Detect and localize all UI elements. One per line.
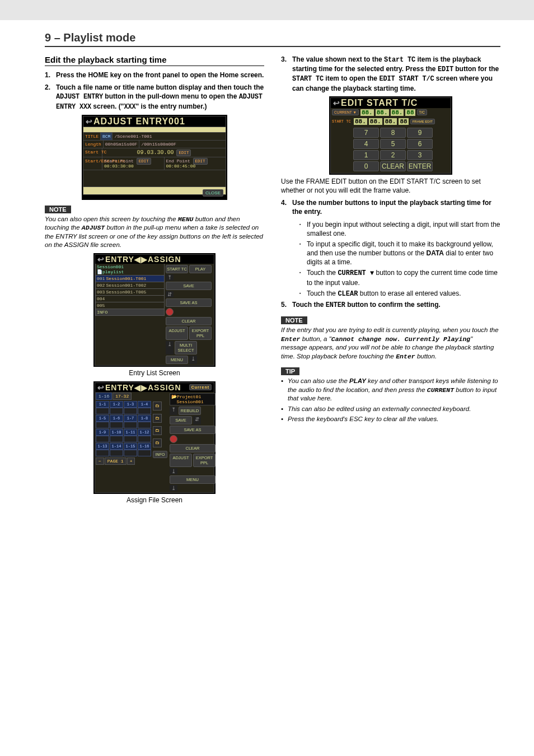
assign-slot[interactable]: 1-14: [110, 443, 123, 450]
assign-slot[interactable]: 1-6: [110, 415, 123, 422]
assign-slot[interactable]: 1-13: [96, 443, 109, 450]
save-button[interactable]: SAVE: [166, 282, 212, 290]
entry-list-item[interactable]: 003Session001-T005: [95, 289, 165, 296]
saveas-button[interactable]: SAVE AS: [170, 426, 216, 434]
current-value-button[interactable]: CURRENT ▼: [332, 109, 359, 115]
step4-bullet: ・Touch the CURRENT ▼ button to copy the …: [297, 268, 500, 287]
back-icon[interactable]: ↩: [97, 255, 105, 264]
back-icon[interactable]: ↩: [86, 117, 93, 126]
entry-list-item[interactable]: 005: [95, 302, 165, 309]
info-button[interactable]: INFO: [153, 451, 167, 458]
bottom-scroll2-icon[interactable]: ⤓: [189, 356, 197, 364]
current-button[interactable]: Current: [189, 384, 212, 390]
top-scroll-icon[interactable]: ⤒: [170, 407, 177, 415]
step-1: 1. Press the HOME key on the front panel…: [45, 71, 264, 80]
tab-17-32[interactable]: 17-32: [113, 393, 132, 400]
save-button[interactable]: SAVE: [170, 416, 192, 424]
tip-bullet: •You can also use the PLAY key and other…: [281, 377, 500, 403]
sp-edit-button[interactable]: EDIT: [137, 158, 151, 165]
frame-edit-button[interactable]: FRAME EDIT: [410, 119, 435, 124]
assign-slot[interactable]: 1-8: [138, 415, 151, 422]
back-icon[interactable]: ↩: [97, 383, 105, 392]
folder-icon[interactable]: 🗀: [153, 438, 162, 447]
folder-icon[interactable]: 🗀: [153, 402, 162, 410]
assign-slot[interactable]: 1-1: [96, 401, 109, 408]
adjust-button[interactable]: ADJUST: [170, 454, 192, 467]
top-scroll-icon[interactable]: ⤒: [166, 274, 174, 281]
step4-bullet: ・To input a specific digit, touch it to …: [297, 240, 500, 267]
menu-button[interactable]: MENU: [166, 356, 188, 364]
record-lamp-icon: [166, 308, 174, 316]
tab-1-16[interactable]: 1-16: [96, 393, 112, 400]
step-4: 4. Use the number buttons to input the p…: [281, 198, 500, 216]
assign-slot[interactable]: 1-10: [110, 429, 123, 436]
bottom-scroll-icon[interactable]: ⤓: [170, 468, 177, 474]
saveas-button[interactable]: SAVE AS: [166, 298, 212, 307]
folder-icon[interactable]: 🗀: [153, 426, 162, 435]
keypad-digit[interactable]: 7: [353, 128, 379, 138]
tc-button[interactable]: T/C: [417, 109, 427, 115]
keypad-digit[interactable]: 5: [380, 139, 406, 149]
adj-bcm[interactable]: BCM: [101, 133, 113, 140]
adjust-button[interactable]: ADJUST: [166, 326, 188, 340]
page-minus[interactable]: −: [96, 458, 104, 465]
multiselect-button[interactable]: MULTI SELECT: [175, 341, 197, 354]
starttc-tab[interactable]: START TC: [166, 265, 188, 273]
note-label-2: NOTE: [281, 316, 307, 324]
note-label-1: NOTE: [45, 206, 71, 213]
step4-bullet: ・If you begin input without selecting a …: [297, 220, 500, 238]
note-text-1: You can also open this screen by touchin…: [45, 215, 264, 250]
tip-bullet: •Press the keyboard's ESC key to clear a…: [281, 415, 500, 424]
bottom-scroll-icon[interactable]: ⤓: [166, 341, 174, 354]
folder-icon[interactable]: 🗀: [153, 414, 162, 423]
assign-caption: Assign File Screen: [45, 496, 264, 504]
page-label: PAGE 1: [105, 458, 127, 465]
exportppl-button[interactable]: EXPORT PPL: [193, 454, 216, 467]
assign-slot[interactable]: 1-11: [124, 429, 137, 436]
entry-list-item[interactable]: 004: [95, 296, 165, 302]
assign-slot[interactable]: 1-4: [138, 401, 151, 408]
info-button[interactable]: INFO: [95, 309, 165, 316]
assign-slot[interactable]: 1-7: [124, 415, 137, 422]
assign-slot[interactable]: 1-12: [138, 429, 151, 436]
assign-slot[interactable]: 1-9: [96, 429, 109, 436]
clear-button[interactable]: CLEAR: [166, 317, 212, 325]
page-plus[interactable]: +: [127, 458, 135, 465]
updown-icon[interactable]: ⇵: [166, 291, 174, 297]
keypad-digit[interactable]: 2: [380, 150, 406, 160]
section-title: Edit the playback starting time: [45, 55, 264, 66]
back-icon[interactable]: ↩: [333, 99, 340, 108]
keypad-digit[interactable]: 6: [407, 139, 433, 149]
keypad-clear-button[interactable]: CLEAR: [380, 161, 406, 171]
assign-slot[interactable]: 1-2: [110, 401, 123, 408]
assign-file-screen: ↩ENTRY◀▶ASSIGN Current 1-16 17-32: [93, 381, 216, 494]
keypad-digit[interactable]: 9: [407, 128, 433, 138]
rebuild-button[interactable]: REBUILD: [179, 407, 201, 415]
step4-bullet: ・Touch the CLEAR button to erase all ent…: [297, 289, 500, 298]
chapter-title: 9 – Playlist mode: [45, 31, 500, 47]
keypad-digit[interactable]: 8: [380, 128, 406, 138]
assign-slot[interactable]: 1-3: [124, 401, 137, 408]
after-tc-text: Use the FRAME EDIT button on the EDIT ST…: [281, 177, 500, 195]
assign-slot[interactable]: 1-5: [96, 415, 109, 422]
exportppl-button[interactable]: EXPORT PPL: [189, 326, 212, 340]
assign-slot[interactable]: 1-16: [138, 443, 151, 450]
keypad-digit[interactable]: 1: [353, 150, 379, 160]
adjust-close-button[interactable]: CLOSE: [203, 189, 223, 197]
assign-slot[interactable]: 1-15: [124, 443, 137, 450]
clear-button[interactable]: CLEAR: [170, 444, 216, 452]
keypad-enter-button[interactable]: ENTER: [407, 161, 433, 171]
keypad-digit[interactable]: 3: [407, 150, 433, 160]
note-text-2: If the entry that you are trying to edit…: [281, 326, 500, 361]
keypad-digit[interactable]: 0: [353, 161, 379, 171]
entry-list-item[interactable]: 002Session001-T002: [95, 282, 165, 289]
bottom-scroll2-icon[interactable]: ⤓: [170, 485, 177, 491]
keypad-digit[interactable]: 4: [353, 139, 379, 149]
play-button[interactable]: PLAY: [189, 265, 212, 273]
updown-icon[interactable]: ⇵: [193, 416, 201, 424]
starttc-edit-button[interactable]: EDIT: [176, 150, 191, 156]
menu-button[interactable]: MENU: [170, 475, 216, 484]
entry-list-item[interactable]: 001Session001-T001: [95, 276, 165, 282]
adj-title-label: TITLE: [83, 133, 101, 140]
tip-label: TIP: [281, 367, 299, 375]
